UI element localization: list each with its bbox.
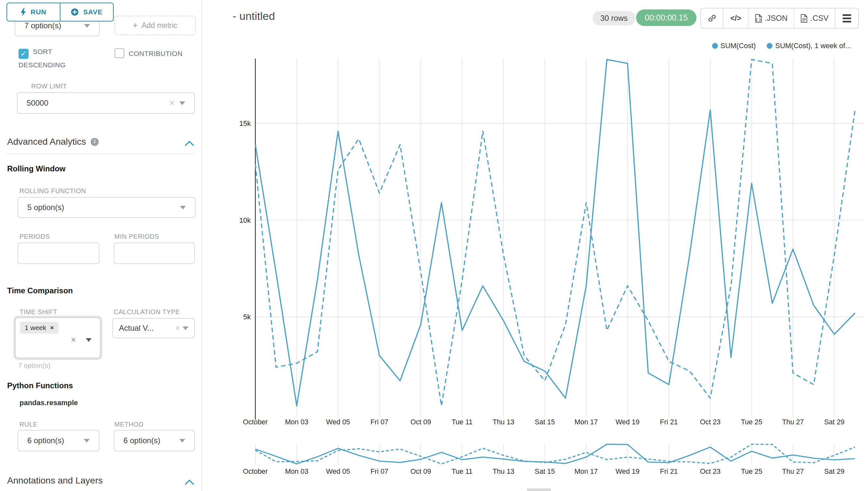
x-axis-tick-label: Oct 09 — [411, 418, 431, 426]
add-metric-button[interactable]: + Add metric — [114, 16, 195, 35]
time-shift-label: TIME SHIFT — [20, 308, 57, 316]
clear-icon[interactable]: × — [169, 98, 175, 108]
calculation-type-select[interactable]: Actual V... × — [113, 318, 195, 338]
rolling-window-title: Rolling Window — [7, 164, 66, 173]
contribution-label: CONTRIBUTION — [129, 50, 183, 57]
python-functions-title: Python Functions — [7, 381, 73, 390]
x-axis-tick-label: Tue 25 — [741, 418, 763, 426]
mini-x-axis-tick-label: Mon 17 — [575, 468, 598, 475]
periods-label: PERIODS — [20, 233, 50, 240]
plus-icon: + — [132, 21, 138, 31]
min-periods-input[interactable] — [114, 242, 195, 264]
advanced-analytics-title: Advanced Analytics — [7, 137, 86, 147]
x-axis-tick-label: Wed 19 — [616, 418, 640, 426]
series-line-1 — [255, 59, 855, 406]
advanced-analytics-header: Advanced Analytics i — [7, 137, 99, 147]
chevron-down-icon — [179, 439, 185, 442]
run-button-label: RUN — [31, 8, 46, 16]
row-limit-select[interactable]: 50000 × — [17, 92, 195, 114]
chevron-down-icon — [84, 24, 90, 28]
rolling-function-label: ROLLING FUNCTION — [20, 187, 86, 195]
clear-icon[interactable]: × — [71, 335, 76, 345]
divider — [6, 153, 195, 154]
chevron-down-icon — [86, 338, 92, 342]
annotations-header: Annotations and Layers — [7, 475, 103, 486]
run-button[interactable]: RUN — [6, 3, 60, 22]
x-axis-tick-label: Wed 05 — [326, 418, 350, 426]
x-axis-tick-label: Thu 13 — [493, 418, 514, 426]
chevron-up-icon[interactable] — [185, 479, 194, 485]
chevron-down-icon — [183, 326, 188, 330]
info-icon[interactable]: i — [91, 138, 99, 146]
y-axis-tick-label: 10k — [240, 216, 251, 224]
mini-x-axis-tick-label: Sat 29 — [824, 468, 844, 475]
mini-x-axis-tick-label: Tue 11 — [452, 468, 473, 475]
time-shift-helper: 7 option(s) — [18, 362, 50, 369]
x-axis-tick-label: Mon 03 — [285, 418, 308, 426]
y-axis-tick-label: 5k — [243, 313, 251, 321]
x-axis-tick-label: Fri 21 — [660, 418, 678, 426]
mini-x-axis-tick-label: Fri 07 — [370, 468, 388, 475]
mini-series-line-1 — [255, 444, 855, 464]
main-chart[interactable]: 5k10k15kOctoberOctoberMon 03Mon 03Wed 05… — [202, 0, 868, 491]
series-line-0 — [255, 59, 855, 406]
x-axis-tick-label: Tue 11 — [452, 418, 473, 426]
time-shift-chip[interactable]: 1 week × — [20, 322, 59, 334]
add-metric-label: Add metric — [142, 21, 177, 30]
mini-x-axis-tick-label: Thu 27 — [782, 468, 804, 475]
calculation-type-label: CALCULATION TYPE — [114, 308, 180, 316]
mini-x-axis-tick-label: Mon 03 — [285, 468, 308, 475]
x-axis-tick-label: Mon 17 — [575, 418, 598, 426]
mini-x-axis-tick-label: October — [243, 468, 268, 475]
mini-x-axis-tick-label: Wed 19 — [616, 468, 640, 475]
rolling-function-value: 5 option(s) — [27, 203, 64, 212]
contribution-checkbox[interactable]: CONTRIBUTION — [114, 48, 199, 59]
chevron-down-icon — [180, 206, 186, 209]
mini-x-axis-tick-label: Oct 23 — [700, 468, 720, 475]
metrics-select-value: 7 option(s) — [24, 21, 61, 30]
checkbox-checked-icon: ✓ — [19, 49, 29, 59]
method-label: METHOD — [114, 421, 144, 428]
save-button[interactable]: SAVE — [60, 3, 114, 22]
x-axis-tick-label: Fri 07 — [370, 418, 388, 426]
rolling-function-select[interactable]: 5 option(s) — [18, 197, 195, 218]
chevron-down-icon — [179, 102, 185, 105]
checkbox-unchecked-icon — [114, 48, 124, 58]
rule-label: RULE — [20, 421, 37, 428]
mini-x-axis-tick-label: Wed 05 — [326, 468, 350, 475]
plus-circle-icon — [71, 8, 79, 16]
scrollbar-thumb[interactable] — [527, 488, 551, 491]
mini-x-axis-tick-label: Tue 25 — [741, 468, 763, 475]
mini-x-axis-tick-label: Thu 13 — [493, 468, 514, 475]
clear-icon[interactable]: × — [176, 323, 180, 333]
method-select[interactable]: 6 option(s) — [114, 430, 195, 451]
y-axis-tick-label: 15k — [240, 119, 251, 127]
mini-x-axis-tick-label: Oct 09 — [411, 468, 431, 475]
method-value: 6 option(s) — [123, 436, 160, 445]
control-panel: RUN SAVE 7 option(s) + Add metric ✓SORT … — [0, 0, 202, 491]
chevron-down-icon — [84, 439, 90, 442]
x-axis-tick-label: Thu 27 — [782, 418, 804, 426]
x-axis-tick-label: Oct 23 — [700, 418, 720, 426]
time-shift-chip-label: 1 week — [25, 324, 46, 332]
time-shift-select[interactable]: 1 week × × — [15, 317, 101, 358]
time-comparison-title: Time Comparison — [7, 286, 73, 295]
periods-input[interactable] — [18, 242, 99, 264]
annotations-title: Annotations and Layers — [7, 475, 103, 486]
rule-value: 6 option(s) — [27, 436, 64, 445]
pandas-resample-label: pandas.resample — [20, 399, 78, 407]
mini-x-axis-tick-label: Fri 21 — [660, 468, 678, 475]
save-button-label: SAVE — [83, 8, 103, 16]
rule-select[interactable]: 6 option(s) — [18, 430, 99, 451]
mini-x-axis-tick-label: Sat 15 — [535, 468, 555, 475]
chevron-up-icon[interactable] — [185, 141, 194, 146]
row-limit-value: 50000 — [27, 98, 49, 108]
sort-descending-checkbox[interactable]: ✓SORT DESCENDING — [19, 46, 95, 71]
lightning-icon — [21, 8, 26, 16]
chip-remove-icon[interactable]: × — [50, 324, 54, 331]
calculation-type-value: Actual V... — [119, 323, 154, 333]
row-limit-label: ROW LIMIT — [31, 83, 67, 90]
x-axis-tick-label: Sat 29 — [824, 418, 844, 426]
x-axis-tick-label: Sat 15 — [535, 418, 555, 426]
min-periods-label: MIN PERIODS — [114, 233, 159, 240]
